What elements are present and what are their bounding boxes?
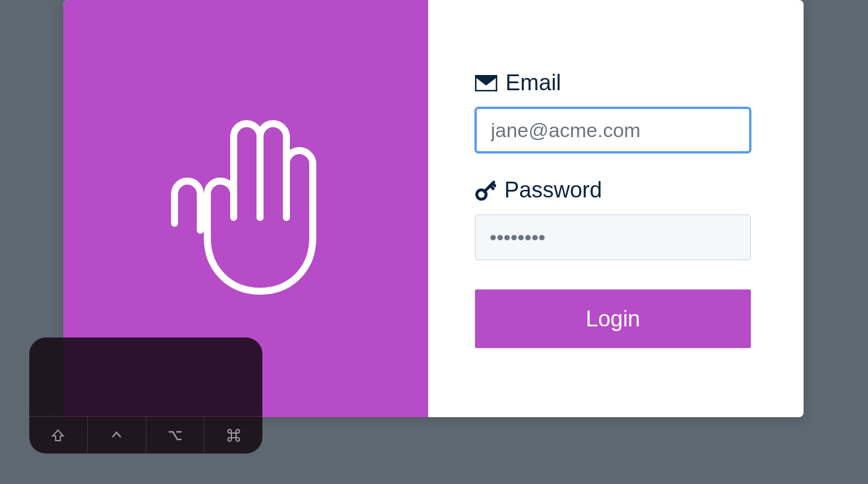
email-field-group: Email <box>475 70 751 153</box>
command-key[interactable] <box>204 417 262 454</box>
login-form: Email Password Login <box>428 0 804 417</box>
email-label-text: Email <box>505 70 561 96</box>
keyboard-preview-area <box>29 338 262 416</box>
password-field-group: Password <box>475 178 751 260</box>
shift-key[interactable] <box>29 417 88 454</box>
keyboard-modifier-row <box>29 416 262 454</box>
email-input[interactable] <box>475 107 751 153</box>
email-label: Email <box>475 70 751 96</box>
virtual-keyboard-overlay <box>29 338 262 454</box>
password-label: Password <box>475 178 751 203</box>
password-input[interactable] <box>475 214 751 260</box>
envelope-icon <box>475 75 497 91</box>
hand-icon <box>164 118 328 299</box>
key-icon <box>475 180 496 201</box>
option-key[interactable] <box>146 417 205 454</box>
control-key[interactable] <box>88 417 146 454</box>
password-label-text: Password <box>504 178 602 203</box>
login-button[interactable]: Login <box>475 289 751 348</box>
